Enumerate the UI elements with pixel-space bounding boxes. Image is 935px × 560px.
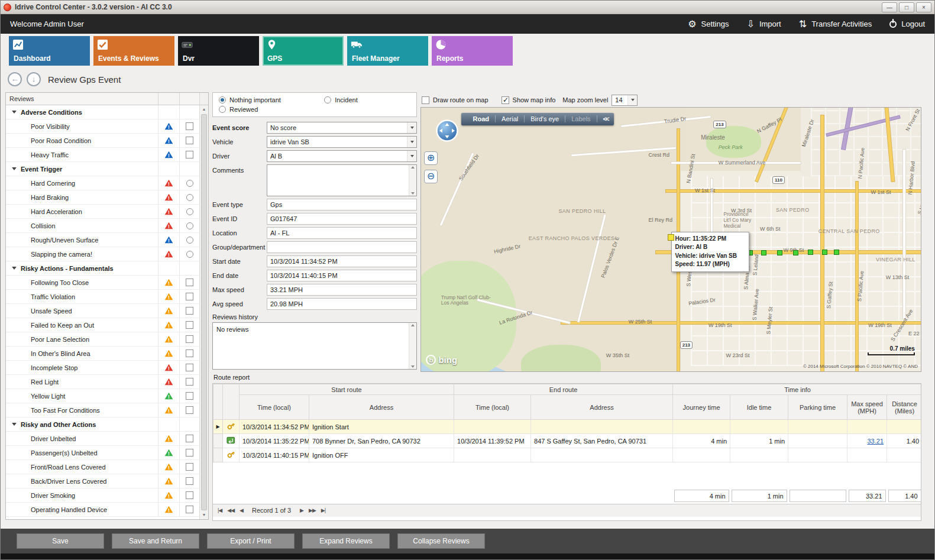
review-checkbox-driver-unbelted[interactable]: [186, 435, 193, 442]
review-checkbox-poor-visibility[interactable]: [186, 122, 193, 130]
review-checkbox-failed-to-keep-an-out[interactable]: [186, 321, 193, 329]
review-item-back-driver-lens-covered[interactable]: Back/Driver Lens Covered!: [6, 474, 199, 488]
review-item-unsafe-speed[interactable]: Unsafe Speed!: [6, 304, 199, 318]
reviews-scrollbar[interactable]: ▲ ▼: [199, 105, 208, 519]
review-item-passenger-s-unbelted[interactable]: Passenger(s) Unbelted!: [6, 446, 199, 460]
back-button[interactable]: ←: [8, 72, 22, 86]
tab-gps[interactable]: GPS: [263, 36, 344, 66]
scroll-up-icon[interactable]: ▲: [200, 105, 208, 114]
review-item-operating-handled-device[interactable]: Operating Handled Device!: [6, 503, 199, 517]
expander-icon[interactable]: [12, 167, 17, 170]
minimize-button[interactable]: —: [882, 2, 897, 12]
column-header-address[interactable]: Address: [309, 395, 454, 420]
close-button[interactable]: ×: [916, 2, 931, 12]
textarea-comments[interactable]: [267, 164, 417, 196]
review-item-following-too-close[interactable]: Following Too Close!: [6, 276, 199, 290]
tab-reports[interactable]: Reports: [432, 36, 513, 66]
review-group-adverse-conditions[interactable]: Adverse Conditions: [6, 105, 199, 119]
menubar-logout[interactable]: Logout: [889, 20, 925, 29]
field-event-id[interactable]: G017647: [267, 213, 417, 225]
expander-icon[interactable]: [12, 423, 17, 426]
route-row[interactable]: 10/3/2014 11:40:15 PMIgnition OFF: [213, 448, 922, 462]
column-header-address[interactable]: Address: [531, 395, 673, 420]
column-header-time-local[interactable]: Time (local): [454, 395, 531, 420]
review-radio-rough-uneven-surface[interactable]: [186, 237, 193, 244]
review-checkbox-operating-handled-device[interactable]: [186, 506, 193, 513]
review-group-risky-and-other-actions[interactable]: Risky and Other Actions: [6, 417, 199, 432]
review-radio-collision[interactable]: [186, 222, 193, 229]
review-checkbox-heavy-traffic[interactable]: [186, 151, 193, 158]
review-item-rough-uneven-surface[interactable]: Rough/Uneven Surface!: [6, 233, 199, 247]
scrollbar[interactable]: [409, 165, 416, 196]
field-group-department[interactable]: [267, 241, 417, 253]
save-button[interactable]: Save: [17, 533, 104, 549]
route-row[interactable]: 10/3/2014 11:35:22 PM708 Bynner Dr, San …: [213, 434, 922, 448]
route-row[interactable]: ▶10/3/2014 11:34:52 PMIgnition Start: [213, 420, 922, 434]
tab-events-reviews[interactable]: Events & Reviews: [93, 36, 174, 66]
save-and-return-button[interactable]: Save and Return: [112, 533, 199, 549]
menubar-import[interactable]: ⇩Import: [746, 20, 781, 29]
pager-first-button[interactable]: |◀: [218, 507, 222, 513]
review-checkbox-traffic-violation[interactable]: [186, 293, 193, 300]
map-compass-icon[interactable]: [435, 119, 459, 145]
review-radio-hard-cornering[interactable]: [186, 180, 193, 187]
review-item-poor-visibility[interactable]: Poor Visibility!: [6, 119, 199, 134]
map-tab-aerial[interactable]: Aerial: [496, 115, 524, 122]
column-header-idle-time[interactable]: Idle time: [730, 395, 788, 420]
column-header-distance-miles[interactable]: Distance (Miles): [887, 395, 921, 420]
reviews-history-box[interactable]: No reviews: [212, 322, 417, 370]
review-item-hard-acceleration[interactable]: Hard Acceleration!: [6, 205, 199, 219]
max-speed-link[interactable]: 33.21: [868, 438, 884, 445]
review-checkbox-back-driver-lens-covered[interactable]: [186, 477, 193, 485]
field-end-date[interactable]: 10/3/2014 11:40:15 PM: [267, 270, 417, 281]
review-item-traffic-violation[interactable]: Traffic Violation!: [6, 290, 199, 304]
select-event-score[interactable]: No score: [267, 122, 417, 134]
map-zoom-select[interactable]: 14: [612, 95, 638, 106]
review-checkbox-unsafe-speed[interactable]: [186, 307, 193, 315]
review-item-slapping-the-camera[interactable]: Slapping the camera!!: [6, 247, 199, 261]
tab-dvr[interactable]: Dvr: [178, 36, 259, 66]
field-start-date[interactable]: 10/3/2014 11:34:52 PM: [267, 255, 417, 267]
down-button[interactable]: ↓: [27, 72, 41, 86]
export-print-button[interactable]: Export / Print: [207, 533, 295, 549]
tab-dashboard[interactable]: Dashboard: [9, 36, 90, 66]
pager-prev-page-button[interactable]: ◀◀: [227, 507, 234, 513]
review-checkbox-red-light[interactable]: [186, 378, 193, 386]
menubar-settings[interactable]: ⚙Settings: [688, 20, 729, 29]
review-checkbox-front-road-lens-covered[interactable]: [186, 463, 193, 471]
map-canvas[interactable]: 213110213Trudie DrN Gaffey PlN Front StP…: [421, 108, 921, 371]
review-item-hard-cornering[interactable]: Hard Cornering!: [6, 176, 199, 190]
review-item-too-fast-for-conditions[interactable]: Too Fast For Conditions!: [6, 403, 199, 417]
tab-fleet-manager[interactable]: Fleet Manager: [347, 36, 428, 66]
review-item-heavy-traffic[interactable]: Heavy Traffic!: [6, 148, 199, 162]
expander-icon[interactable]: [12, 267, 17, 270]
map-nav-collapse-icon[interactable]: <<: [603, 115, 609, 122]
map-tab-road[interactable]: Road: [467, 115, 496, 122]
radio-incident[interactable]: [324, 96, 331, 103]
route-start-marker[interactable]: [668, 234, 674, 241]
review-radio-slapping-the-camera[interactable]: [186, 251, 193, 258]
pager-last-button[interactable]: ▶|: [321, 507, 325, 513]
field-event-type[interactable]: Gps: [267, 199, 417, 211]
review-group-risky-actions-fundamentals[interactable]: Risky Actions - Fundamentals: [6, 261, 199, 276]
review-checkbox-incomplete-stop[interactable]: [186, 364, 193, 371]
pager-next-page-button[interactable]: ▶▶: [309, 507, 316, 513]
review-group-event-trigger[interactable]: Event Trigger: [6, 162, 199, 176]
review-item-red-light[interactable]: Red Light!: [6, 375, 199, 389]
review-checkbox-yellow-light[interactable]: [186, 392, 193, 400]
pager-next-button[interactable]: ▶: [300, 507, 303, 513]
route-point-marker[interactable]: [834, 250, 839, 255]
review-checkbox-driver-smoking[interactable]: [186, 491, 193, 499]
route-point-marker[interactable]: [793, 250, 798, 255]
field-max-speed[interactable]: 33.21 MPH: [267, 284, 417, 296]
review-item-collision[interactable]: Collision!: [6, 219, 199, 233]
review-checkbox-in-other-s-blind-area[interactable]: [186, 349, 193, 357]
review-checkbox-poor-lane-selection[interactable]: [186, 335, 193, 343]
column-header-journey-time[interactable]: Journey time: [673, 395, 730, 420]
review-item-in-other-s-blind-area[interactable]: In Other's Blind Area!: [6, 347, 199, 361]
review-checkbox-passenger-s-unbelted[interactable]: [186, 449, 193, 457]
map-zoom-in-icon[interactable]: ⊕: [424, 151, 438, 165]
route-point-marker[interactable]: [777, 250, 782, 255]
review-radio-hard-acceleration[interactable]: [186, 208, 193, 215]
scrollbar[interactable]: [409, 323, 416, 369]
